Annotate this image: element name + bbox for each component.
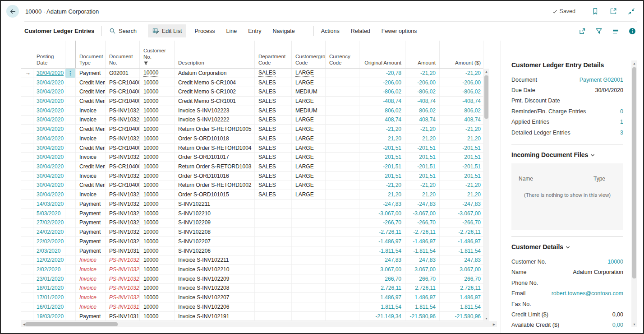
cell-original_amount[interactable]: -1.811,54	[359, 246, 405, 255]
cell-description[interactable]: Credit Memo S-CR1004	[175, 78, 255, 87]
cell-dept_code[interactable]	[255, 246, 292, 255]
cell-original_amount[interactable]: 806,02	[359, 106, 405, 115]
cell-custgroup_code[interactable]: LARGE	[292, 190, 326, 199]
menu-item-fewer-options[interactable]: Fewer options	[382, 28, 417, 34]
cell-custgroup_code[interactable]: LARGE	[292, 69, 326, 78]
cell-customer_no[interactable]: 10000	[140, 181, 175, 190]
cell-custgroup_code[interactable]	[292, 255, 326, 264]
cell-dept_code[interactable]: SALES	[255, 172, 292, 181]
cell-doc_no[interactable]: PS-INV103204	[106, 255, 140, 264]
menu-item-related[interactable]: Related	[351, 28, 370, 34]
cell-doc_no[interactable]: PS-INV103203	[106, 265, 140, 274]
cell-amount_usd[interactable]: 201,51	[440, 172, 483, 181]
cell-description[interactable]: Order S-ORD101018	[175, 134, 255, 143]
cell-original_amount[interactable]: 2.726,11	[359, 284, 405, 293]
cell-amount[interactable]: 408,74	[405, 116, 440, 125]
cell-description[interactable]: Invoice S-INV102211	[175, 255, 255, 264]
cell-doc_type[interactable]: Credit Memo	[76, 144, 106, 153]
cell-amount_usd[interactable]: 2.726,11	[440, 284, 483, 293]
cell-amount[interactable]: -408,74	[405, 97, 440, 106]
cell-doc_no[interactable]: G02001	[106, 69, 140, 78]
cell-menu[interactable]	[65, 265, 76, 274]
cell-doc_no[interactable]: PS-INV103215	[106, 190, 140, 199]
cell-currency_code[interactable]	[326, 227, 359, 237]
cell-menu[interactable]	[65, 274, 76, 283]
column-filter-icon[interactable]	[143, 61, 148, 66]
menu-item-search[interactable]: Search	[109, 28, 137, 34]
cell-currency_code[interactable]	[326, 255, 359, 264]
cell-doc_no[interactable]: PS-INV103204	[106, 199, 140, 209]
cell-custgroup_code[interactable]: LARGE	[292, 116, 326, 125]
cell-custgroup_code[interactable]	[292, 274, 326, 283]
column-header-dept_code[interactable]: Department Code	[255, 41, 292, 68]
cell-menu[interactable]	[65, 78, 76, 87]
cell-menu[interactable]	[65, 227, 76, 237]
cell-customer_no[interactable]: 10000	[140, 190, 175, 199]
cell-customer_no[interactable]: 10000	[140, 162, 175, 171]
cell-custgroup_code[interactable]: LARGE	[292, 97, 326, 106]
cell-dept_code[interactable]: SALES	[255, 125, 292, 134]
cell-amount[interactable]: 21,20	[405, 134, 440, 143]
cell-amount[interactable]: 21,20	[405, 190, 440, 199]
cell-original_amount[interactable]: -266,70	[359, 218, 405, 227]
cell-posting_date[interactable]: 5/03/2020	[33, 209, 65, 218]
cell-amount_usd[interactable]: 21,20	[440, 134, 483, 143]
scroll-down-arrow-icon[interactable]: ▼	[631, 321, 637, 327]
cell-customer_no[interactable]: 10000	[140, 69, 175, 78]
cell-currency_code[interactable]	[326, 172, 359, 181]
cell-currency_code[interactable]	[326, 87, 359, 96]
cell-amount[interactable]: -806,02	[405, 87, 440, 96]
cell-menu[interactable]	[65, 97, 76, 106]
cell-original_amount[interactable]: 201,51	[359, 153, 405, 162]
cell-description[interactable]: Credit Memo S-CR1001	[175, 97, 255, 106]
cell-amount[interactable]: -21,20	[405, 181, 440, 190]
cell-doc_no[interactable]: PS-INV103220	[106, 106, 140, 115]
cell-currency_code[interactable]	[326, 265, 359, 274]
cell-posting_date[interactable]: 30/04/2020	[33, 87, 65, 96]
cell-posting_date[interactable]: 19/03/2020	[33, 312, 65, 321]
cell-original_amount[interactable]: -1.486,97	[359, 237, 405, 246]
field-value[interactable]: 0	[620, 108, 623, 115]
cell-currency_code[interactable]	[326, 237, 359, 246]
cell-custgroup_code[interactable]	[292, 302, 326, 311]
cell-posting_date[interactable]: 30/04/2020	[33, 97, 65, 106]
cell-original_amount[interactable]: 1.486,97	[359, 293, 405, 302]
menu-item-line[interactable]: Line	[226, 28, 237, 34]
cell-description[interactable]: Return Order S-RETORD1002	[175, 181, 255, 190]
cell-customer_no[interactable]: 10000	[140, 274, 175, 283]
cell-currency_code[interactable]	[326, 153, 359, 162]
cell-doc_no[interactable]: PS-CR104003	[106, 144, 140, 153]
section-title-incoming-documents[interactable]: Incoming Document Files	[511, 151, 623, 158]
section-title-customer-details[interactable]: Customer Details	[511, 243, 623, 250]
cell-currency_code[interactable]	[326, 190, 359, 199]
cell-doc_type[interactable]: Invoice	[76, 116, 106, 125]
cell-menu[interactable]	[65, 190, 76, 199]
cell-menu[interactable]	[65, 312, 76, 321]
cell-currency_code[interactable]	[326, 181, 359, 190]
cell-doc_type[interactable]: Payment	[76, 246, 106, 255]
cell-menu[interactable]	[65, 87, 76, 96]
cell-menu[interactable]: ⋮	[65, 69, 76, 78]
cell-customer_no[interactable]: 10000	[140, 237, 175, 246]
cell-customer_no[interactable]: 10000	[140, 209, 175, 218]
cell-dept_code[interactable]	[255, 209, 292, 218]
cell-custgroup_code[interactable]	[292, 218, 326, 227]
cell-doc_type[interactable]: Payment	[76, 237, 106, 246]
field-value[interactable]: 10000	[607, 259, 623, 265]
cell-dept_code[interactable]	[255, 218, 292, 227]
cell-original_amount[interactable]: -20,78	[359, 69, 405, 78]
cell-dept_code[interactable]	[255, 227, 292, 237]
cell-description[interactable]: S-INV102211	[175, 199, 255, 209]
cell-description[interactable]: S-INV102209	[175, 218, 255, 227]
cell-doc_no[interactable]: PS-INV103199	[106, 302, 140, 311]
cell-currency_code[interactable]	[326, 125, 359, 134]
cell-posting_date[interactable]: 30/04/2020	[33, 172, 65, 181]
cell-original_amount[interactable]: -21,20	[359, 125, 405, 134]
cell-dept_code[interactable]	[255, 265, 292, 274]
cell-original_amount[interactable]: -201,51	[359, 144, 405, 153]
field-value[interactable]: 0,00	[612, 322, 623, 328]
column-header-doc_no[interactable]: Document No.	[106, 41, 140, 68]
column-header-currency_code[interactable]: Currency Code	[326, 41, 359, 68]
cell-doc_no[interactable]: PS-INV103191	[106, 312, 140, 321]
cell-doc_no[interactable]: PS-INV103201	[106, 284, 140, 293]
